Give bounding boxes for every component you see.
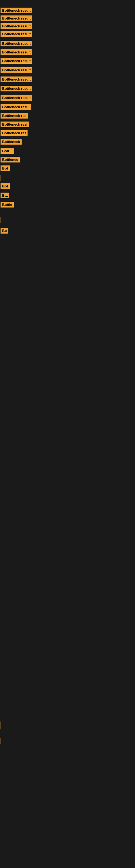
bottleneck-result-21: Bot — [1, 183, 10, 189]
bottleneck-result-10: Bottleneck result — [1, 86, 32, 91]
bottleneck-result-2: Bottleneck result — [1, 16, 32, 21]
bottleneck-result-12: Bottleneck resul — [1, 104, 31, 110]
bottleneck-result-16: Bottleneck — [1, 139, 21, 145]
site-title — [0, 0, 135, 4]
bottleneck-result-19: Bot — [1, 165, 10, 171]
bottleneck-result-11: Bottleneck result — [1, 95, 32, 101]
bottleneck-result-23: Bottle — [1, 202, 14, 208]
bottleneck-result-18: Bottlenec — [1, 157, 20, 162]
bottleneck-result-4: Bottleneck result — [1, 31, 32, 37]
bottleneck-result-17: Bott… — [1, 148, 14, 154]
bottleneck-result-14: Bottleneck resi — [1, 122, 29, 127]
bottleneck-result-6: Bottleneck result — [1, 50, 32, 55]
bottleneck-result-5: Bottleneck result — [1, 41, 32, 46]
bottleneck-result-15: Bottleneck res — [1, 130, 28, 136]
bottleneck-result-13: Bottleneck res — [1, 113, 28, 119]
bottleneck-result-7: Bottleneck result — [1, 58, 32, 64]
bottleneck-result-3: Bottleneck result — [1, 23, 32, 29]
bottleneck-result-1: Bottleneck result — [1, 8, 32, 13]
bottleneck-result-22: B… — [1, 193, 9, 198]
bottom-line-1 — [1, 721, 1, 729]
bottleneck-result-9: Bottleneck result — [1, 76, 32, 82]
bottom-line-2 — [1, 738, 1, 744]
bottleneck-line-24 — [1, 217, 1, 223]
bottleneck-result-8: Bottleneck result — [1, 67, 32, 73]
bottleneck-line-20 — [1, 175, 1, 181]
bottleneck-result-25: Bo — [1, 228, 8, 234]
